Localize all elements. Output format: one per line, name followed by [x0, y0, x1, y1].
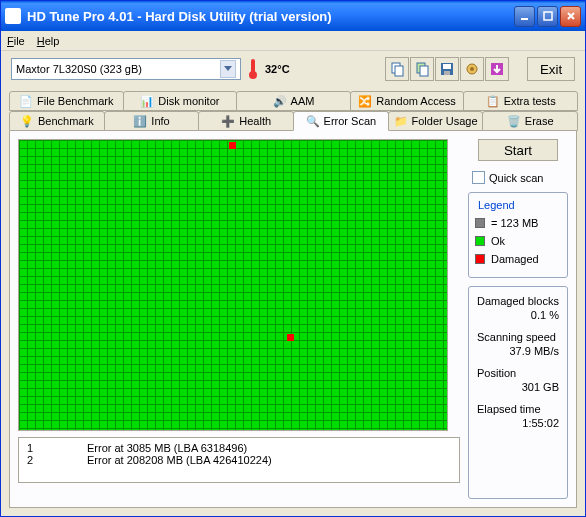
app-window: HD Tune Pro 4.01 - Hard Disk Utility (tr…: [0, 0, 586, 517]
file-icon: 📄: [19, 94, 33, 108]
dropdown-arrow-icon: [220, 60, 236, 78]
legend-block: = 123 MB: [475, 217, 561, 229]
close-button[interactable]: [560, 6, 581, 27]
tab-erase[interactable]: 🗑️Erase: [482, 111, 578, 131]
tab-extra-tests[interactable]: 📋Extra tests: [463, 91, 578, 111]
tabs-row-1: 📄File Benchmark 📊Disk monitor 🔊AAM 🔀Rand…: [9, 91, 577, 111]
tab-health[interactable]: ➕Health: [198, 111, 294, 131]
elapsed-label: Elapsed time: [477, 403, 559, 415]
window-title: HD Tune Pro 4.01 - Hard Disk Utility (tr…: [27, 9, 514, 24]
options-button[interactable]: [460, 57, 484, 81]
tab-file-benchmark[interactable]: 📄File Benchmark: [9, 91, 124, 111]
trash-icon: 🗑️: [507, 114, 521, 128]
start-button[interactable]: Start: [478, 139, 558, 161]
stats-box: Damaged blocks 0.1 % Scanning speed 37.9…: [468, 286, 568, 499]
bulb-icon: 💡: [20, 114, 34, 128]
svg-point-10: [470, 67, 474, 71]
damaged-value: 0.1 %: [477, 309, 559, 321]
save-button[interactable]: [435, 57, 459, 81]
tabs-row-2: 💡Benchmark ℹ️Info ➕Health 🔍Error Scan 📁F…: [9, 111, 577, 131]
quickscan-label: Quick scan: [489, 172, 543, 184]
menu-file[interactable]: File: [7, 35, 25, 47]
app-icon: [5, 8, 21, 24]
left-column: 1 Error at 3085 MB (LBA 6318496) 2 Error…: [18, 139, 460, 499]
tab-random-access[interactable]: 🔀Random Access: [350, 91, 465, 111]
damaged-block: [229, 142, 236, 149]
ok-swatch: [475, 236, 485, 246]
tab-area: 📄File Benchmark 📊Disk monitor 🔊AAM 🔀Rand…: [1, 87, 585, 516]
svg-rect-3: [395, 66, 403, 76]
monitor-icon: 📊: [140, 94, 154, 108]
grid-lines: [19, 140, 447, 430]
error-list: 1 Error at 3085 MB (LBA 6318496) 2 Error…: [18, 437, 460, 483]
tab-content: 1 Error at 3085 MB (LBA 6318496) 2 Error…: [9, 131, 577, 508]
folder-icon: 📁: [394, 114, 408, 128]
speed-value: 37.9 MB/s: [477, 345, 559, 357]
tab-aam[interactable]: 🔊AAM: [236, 91, 351, 111]
window-controls: [514, 6, 581, 27]
tab-disk-monitor[interactable]: 📊Disk monitor: [123, 91, 238, 111]
damaged-label: Damaged blocks: [477, 295, 559, 307]
info-icon: ℹ️: [133, 114, 147, 128]
maximize-button[interactable]: [537, 6, 558, 27]
elapsed-value: 1:55:02: [477, 417, 559, 429]
tab-error-scan[interactable]: 🔍Error Scan: [293, 111, 389, 131]
minimize-button[interactable]: [514, 6, 535, 27]
temperature: 32°C: [265, 63, 290, 75]
list-icon: 📋: [486, 94, 500, 108]
error-row: 2 Error at 208208 MB (LBA 426410224): [27, 454, 451, 466]
svg-rect-1: [544, 12, 552, 20]
legend-box: Legend = 123 MB Ok Damaged: [468, 192, 568, 278]
health-icon: ➕: [221, 114, 235, 128]
titlebar: HD Tune Pro 4.01 - Hard Disk Utility (tr…: [1, 1, 585, 31]
position-value: 301 GB: [477, 381, 559, 393]
legend-title: Legend: [475, 199, 518, 211]
quickscan-checkbox[interactable]: [472, 171, 485, 184]
exit-button[interactable]: Exit: [527, 57, 575, 81]
legend-ok: Ok: [475, 235, 561, 247]
svg-rect-0: [521, 18, 528, 20]
legend-damaged: Damaged: [475, 253, 561, 265]
drive-select[interactable]: Maxtor 7L320S0 (323 gB): [11, 58, 241, 80]
speed-label: Scanning speed: [477, 331, 559, 343]
speaker-icon: 🔊: [273, 94, 287, 108]
tab-benchmark[interactable]: 💡Benchmark: [9, 111, 105, 131]
random-icon: 🔀: [358, 94, 372, 108]
quickscan-row: Quick scan: [468, 171, 568, 184]
thermometer-icon: [249, 59, 257, 79]
svg-rect-7: [443, 64, 451, 69]
tab-folder-usage[interactable]: 📁Folder Usage: [388, 111, 484, 131]
damaged-block: [287, 334, 294, 341]
copy-info-button[interactable]: [385, 57, 409, 81]
block-swatch: [475, 218, 485, 228]
error-row: 1 Error at 3085 MB (LBA 6318496): [27, 442, 451, 454]
toolbar-icons: [385, 57, 509, 81]
menu-help[interactable]: Help: [37, 35, 60, 47]
tab-info[interactable]: ℹ️Info: [104, 111, 200, 131]
minimize-tray-button[interactable]: [485, 57, 509, 81]
block-grid: [18, 139, 448, 431]
menubar: File Help: [1, 31, 585, 51]
svg-rect-8: [444, 71, 450, 75]
magnifier-icon: 🔍: [306, 114, 320, 128]
right-column: Start Quick scan Legend = 123 MB Ok: [468, 139, 568, 499]
svg-rect-5: [420, 66, 428, 76]
toolbar: Maxtor 7L320S0 (323 gB) 32°C Exit: [1, 51, 585, 87]
copy-screenshot-button[interactable]: [410, 57, 434, 81]
drive-value: Maxtor 7L320S0 (323 gB): [16, 63, 142, 75]
damaged-swatch: [475, 254, 485, 264]
position-label: Position: [477, 367, 559, 379]
